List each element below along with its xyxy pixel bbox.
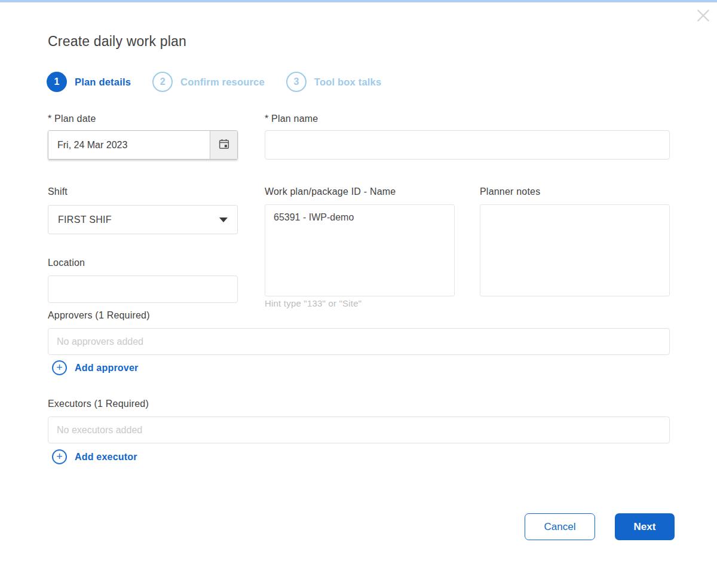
step-confirm-resource[interactable]: 2 Confirm resource <box>152 72 265 92</box>
next-button[interactable]: Next <box>615 513 675 540</box>
calendar-icon <box>217 137 231 152</box>
plan-date-input[interactable] <box>48 131 210 159</box>
work-plan-textarea[interactable]: 65391 - IWP-demo <box>265 204 455 296</box>
approvers-label: Approvers (1 Required) <box>48 310 150 321</box>
approvers-input[interactable] <box>48 328 670 355</box>
add-executor-label: Add executor <box>75 452 137 463</box>
planner-notes-label: Planner notes <box>480 186 540 197</box>
close-icon <box>695 8 711 25</box>
executors-label: Executors (1 Required) <box>48 399 149 409</box>
step-plan-details[interactable]: 1 Plan details <box>47 72 131 92</box>
planner-notes-textarea[interactable] <box>480 204 670 296</box>
location-label: Location <box>48 258 85 268</box>
chevron-down-icon <box>219 218 228 222</box>
add-approver-label: Add approver <box>75 363 138 373</box>
step-1-circle: 1 <box>47 72 67 92</box>
stepper: 1 Plan details 2 Confirm resource 3 Tool… <box>47 72 381 92</box>
work-plan-label: Work plan/package ID - Name <box>265 186 396 197</box>
work-plan-hint: Hint type "133" or "Site" <box>265 298 361 308</box>
step-3-circle: 3 <box>286 72 307 92</box>
step-1-label: Plan details <box>75 76 131 88</box>
create-daily-work-plan-dialog: Create daily work plan 1 Plan details 2 … <box>0 0 717 588</box>
plus-icon: + <box>52 449 67 464</box>
shift-select-value: FIRST SHIF <box>58 215 112 225</box>
step-tool-box-talks[interactable]: 3 Tool box talks <box>286 72 382 92</box>
executors-input[interactable] <box>48 416 670 443</box>
location-input[interactable] <box>48 275 238 303</box>
shift-select[interactable]: FIRST SHIF <box>48 205 238 234</box>
plan-date-field <box>48 130 238 160</box>
plan-date-label: * Plan date <box>48 114 96 124</box>
plan-name-label: * Plan name <box>265 114 318 124</box>
cancel-button[interactable]: Cancel <box>525 513 595 540</box>
add-executor-button[interactable]: + Add executor <box>52 449 137 464</box>
step-2-circle: 2 <box>152 72 173 92</box>
step-2-label: Confirm resource <box>180 76 265 88</box>
plus-icon: + <box>52 360 67 375</box>
page-title: Create daily work plan <box>48 33 186 50</box>
step-3-label: Tool box talks <box>314 76 382 88</box>
close-button[interactable] <box>693 6 713 26</box>
plan-name-input[interactable] <box>265 130 670 160</box>
shift-label: Shift <box>48 186 68 197</box>
calendar-button[interactable] <box>210 131 237 159</box>
add-approver-button[interactable]: + Add approver <box>52 360 138 375</box>
